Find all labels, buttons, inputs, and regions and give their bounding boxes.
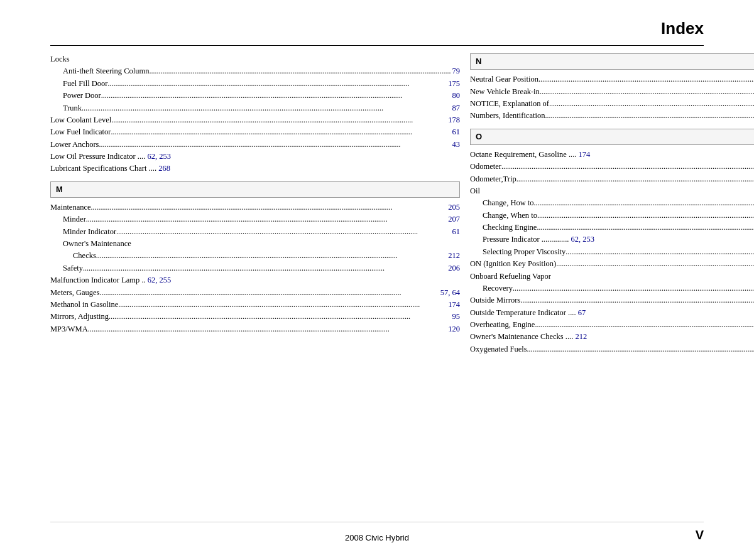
entry-lubricant: Lubricant Specifications Chart .... 268	[50, 163, 460, 175]
section-n: N	[470, 53, 754, 70]
entry-mp3: MP3/WMA 120	[50, 323, 460, 335]
entry-trunk: Trunk 87	[50, 102, 460, 114]
entry-checks: Checks 212	[50, 250, 460, 262]
entry-locks: Locks	[50, 53, 460, 65]
header-divider	[50, 45, 704, 46]
col-l: Locks Anti-theft Steering Column 79 Fuel…	[50, 53, 465, 497]
entry-safety: Safety 206	[50, 262, 460, 274]
entry-owners-maintenance: Owner's Maintenance	[50, 238, 460, 250]
entry-minder-indicator: Minder Indicator 61	[50, 226, 460, 238]
entry-on-ignition: ON (Ignition Key Position) 79	[470, 258, 754, 270]
footer-page: V	[696, 528, 704, 542]
entry-methanol: Methanol in Gasoline 174	[50, 299, 460, 311]
entry-overheating: Overheating, Engine 251	[470, 319, 754, 331]
footer-divider	[50, 522, 704, 522]
entry-onboard: Onboard Refueling Vapor	[470, 271, 754, 283]
entry-oxygenated: Oxygenated Fuels 174	[470, 343, 754, 355]
entry-low-coolant: Low Coolant Level 178	[50, 114, 460, 126]
entry-power-door: Power Door 80	[50, 90, 460, 102]
entry-antitheft: Anti-theft Steering Column 79	[50, 65, 460, 77]
footer: 2008 Civic Hybrid	[50, 533, 704, 542]
page: Index Locks Anti-theft Steering Column 7…	[0, 0, 754, 560]
entry-low-oil: Low Oil Pressure Indicator .... 62, 253	[50, 151, 460, 163]
entry-owners-checks: Owner's Maintenance Checks .... 212	[470, 331, 754, 343]
entry-fuel-fill: Fuel Fill Door 175	[50, 78, 460, 90]
entry-viscosity: Selecting Proper Viscosity 215	[470, 246, 754, 258]
entry-minder: Minder 207	[50, 213, 460, 225]
entry-neutral-gear: Neutral Gear Position 194	[470, 73, 754, 85]
col-m: N Neutral Gear Position 194 New Vehicle …	[465, 53, 754, 497]
page-title: Index	[661, 19, 704, 38]
entry-outside-temp: Outside Temperature Indicator .... 67	[470, 307, 754, 319]
entry-pressure-indicator: Pressure Indicator .............. 62, 25…	[470, 234, 754, 245]
entry-notice: NOTICE, Explanation of i	[470, 98, 754, 110]
section-o: O	[470, 129, 754, 145]
entry-new-vehicle: New Vehicle Break-in 174	[470, 86, 754, 98]
entry-meters: Meters, Gauges 57, 64	[50, 287, 460, 299]
entry-low-fuel: Low Fuel Indicator 61	[50, 126, 460, 138]
entry-numbers: Numbers, Identification 266	[470, 110, 754, 122]
entry-change-how: Change, How to 216	[470, 197, 754, 209]
entry-odometer-trip: Odometer,Trip 64	[470, 173, 754, 185]
entry-mirrors: Mirrors, Adjusting 95	[50, 311, 460, 323]
entry-lower-anchors: Lower Anchors 43	[50, 139, 460, 151]
entry-checking-engine: Checking Engine 176	[470, 222, 754, 234]
entry-maintenance: Maintenance 205	[50, 202, 460, 213]
entry-oil: Oil	[470, 185, 754, 197]
entry-malfunction: Malfunction Indicator Lamp .. 62, 255	[50, 274, 460, 286]
entry-change-when: Change, When to 207	[470, 210, 754, 222]
entry-recovery: Recovery 275	[470, 283, 754, 294]
page-header: Index	[661, 19, 704, 38]
index-content: Locks Anti-theft Steering Column 79 Fuel…	[50, 53, 704, 497]
entry-octane: Octane Requirement, Gasoline .... 174	[470, 149, 754, 161]
entry-odometer: Odometer 64	[470, 161, 754, 173]
footer-model: 2008 Civic Hybrid	[345, 533, 409, 542]
section-m: M	[50, 181, 460, 198]
entry-outside-mirrors: Outside Mirrors 95	[470, 294, 754, 306]
